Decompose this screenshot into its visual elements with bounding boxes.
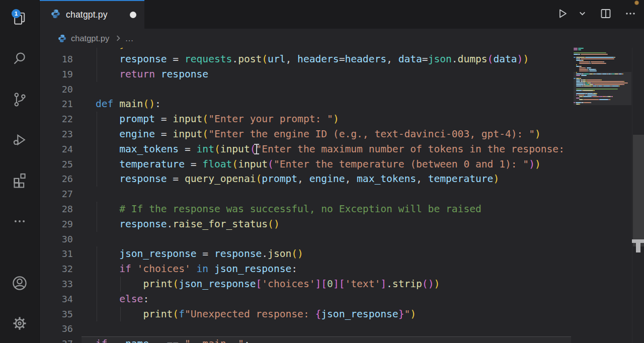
code-text: prompt = input("Enter your prompt: ") bbox=[96, 112, 339, 127]
minimap-row bbox=[593, 93, 596, 94]
minimap-row bbox=[584, 99, 599, 100]
code-line[interactable]: 18 response = requests.post(url, headers… bbox=[39, 52, 571, 67]
minimap-row bbox=[576, 89, 617, 90]
code-text: response.raise_for_status() bbox=[96, 217, 280, 232]
code-line[interactable]: 17 } bbox=[39, 48, 571, 52]
more-actions-button[interactable] bbox=[624, 8, 637, 21]
code-line[interactable]: 26 response = query_openai(prompt, engin… bbox=[39, 172, 571, 187]
code-line[interactable]: 21def main(): bbox=[39, 97, 571, 112]
code-line[interactable]: 37if __name__ == "__main__": bbox=[39, 336, 571, 343]
code-line[interactable]: 20 bbox=[39, 82, 571, 97]
minimap-row bbox=[610, 99, 611, 100]
explorer-badge: 1 bbox=[12, 9, 21, 18]
minimap-row bbox=[594, 84, 623, 85]
minimap-row bbox=[574, 78, 576, 79]
minimap-row bbox=[603, 85, 610, 87]
account-button[interactable] bbox=[10, 273, 30, 293]
code-line[interactable]: 30 bbox=[39, 232, 571, 247]
line-number: 18 bbox=[39, 52, 73, 67]
vertical-scrollbar[interactable] bbox=[632, 48, 644, 343]
line-number: 22 bbox=[39, 112, 73, 127]
recording-indicator bbox=[634, 1, 639, 5]
code-text: print(f"Unexpected response: {json_respo… bbox=[96, 307, 416, 322]
code-line[interactable]: 32 if 'choices' in json_response: bbox=[39, 262, 571, 277]
minimap-row bbox=[579, 63, 590, 64]
code-line[interactable]: 25 temperature = float(input("Enter the … bbox=[39, 157, 571, 172]
minimap-row bbox=[574, 57, 576, 58]
run-debug-icon bbox=[12, 132, 28, 148]
minimap-row bbox=[614, 57, 615, 58]
minimap-row bbox=[585, 67, 586, 68]
minimap-row bbox=[584, 85, 592, 87]
minimap-row bbox=[619, 85, 620, 87]
minimap-row bbox=[589, 61, 590, 62]
minimap-row bbox=[576, 81, 580, 82]
editor-actions bbox=[556, 0, 637, 29]
line-number: 21 bbox=[39, 97, 73, 112]
minimap-row bbox=[587, 67, 591, 68]
run-dropdown-button[interactable] bbox=[578, 8, 587, 21]
split-editor-button[interactable] bbox=[599, 8, 612, 21]
minimap-row bbox=[602, 73, 607, 74]
code-text: if __name__ == "__main__": bbox=[96, 336, 250, 343]
modified-indicator[interactable] bbox=[130, 12, 136, 18]
breadcrumb: chatgpt.py ... bbox=[39, 29, 644, 48]
code-text: response = requests.post(url, headers=he… bbox=[96, 52, 529, 67]
breadcrumb-file[interactable]: chatgpt.py bbox=[71, 34, 109, 43]
line-number: 17 bbox=[39, 48, 73, 52]
minimap-row bbox=[590, 84, 593, 85]
tab-chatgpt-py[interactable]: chatgpt.py bbox=[39, 0, 144, 29]
code-line[interactable]: 28 # If the response was successful, no … bbox=[39, 202, 571, 217]
git-branch-icon bbox=[12, 92, 28, 108]
sidebar-item-search[interactable] bbox=[10, 49, 30, 69]
minimap-row bbox=[589, 69, 596, 70]
minimap-row bbox=[576, 75, 580, 76]
minimap-row bbox=[574, 102, 575, 103]
code-line[interactable]: 22 prompt = input("Enter your prompt: ") bbox=[39, 112, 571, 127]
sidebar-item-source-control[interactable] bbox=[10, 90, 30, 110]
code-line[interactable]: 33 print(json_response['choices'][0]['te… bbox=[39, 277, 571, 292]
minimap-row bbox=[581, 81, 583, 82]
code-text: def main(): bbox=[96, 97, 161, 112]
line-number: 28 bbox=[39, 202, 73, 217]
sidebar-item-more-views[interactable] bbox=[10, 211, 30, 231]
code-text: if 'choices' in json_response: bbox=[96, 262, 297, 277]
code-line[interactable]: 23 engine = input("Enter the engine ID (… bbox=[39, 127, 571, 142]
minimap-row bbox=[576, 84, 584, 85]
run-button[interactable] bbox=[556, 8, 569, 21]
minimap-row bbox=[578, 58, 580, 59]
play-icon bbox=[556, 8, 569, 22]
code-line[interactable]: 31 json_response = response.json() bbox=[39, 246, 571, 262]
settings-button[interactable] bbox=[10, 313, 30, 333]
breadcrumb-more[interactable]: ... bbox=[125, 34, 134, 43]
code-line[interactable]: 19 return response bbox=[39, 67, 571, 82]
scrollbar-thumb[interactable] bbox=[633, 135, 644, 246]
minimap-row bbox=[583, 60, 584, 61]
python-icon bbox=[51, 9, 60, 21]
code-text: temperature = float(input("Enter the tem… bbox=[96, 157, 541, 172]
minimap-row bbox=[574, 48, 578, 49]
sidebar-item-extensions[interactable] bbox=[10, 170, 30, 190]
code-line[interactable]: 36 bbox=[39, 321, 571, 336]
code-line[interactable]: 24 max_tokens = int(input("Enter the max… bbox=[39, 142, 571, 157]
minimap-row bbox=[599, 99, 608, 100]
code-line[interactable]: 27 bbox=[39, 187, 571, 202]
minimap-row bbox=[576, 98, 579, 99]
sidebar-item-run-debug[interactable] bbox=[10, 130, 30, 150]
line-number: 33 bbox=[39, 277, 73, 292]
minimap-row bbox=[578, 48, 584, 49]
minimap-row bbox=[578, 54, 580, 55]
minimap-row bbox=[590, 63, 591, 64]
minimap-row bbox=[587, 93, 593, 94]
search-icon bbox=[12, 51, 28, 67]
code-line[interactable]: 29 response.raise_for_status() bbox=[39, 217, 571, 232]
mouse-cursor-artifact bbox=[632, 239, 644, 252]
code-line[interactable]: 34 else: bbox=[39, 292, 571, 307]
code-line[interactable]: 35 print(f"Unexpected response: {json_re… bbox=[39, 307, 571, 322]
minimap-row bbox=[576, 79, 580, 80]
minimap[interactable] bbox=[574, 48, 631, 343]
minimap-row bbox=[579, 67, 585, 68]
code-viewport[interactable]: 17 }18 response = requests.post(url, hea… bbox=[39, 48, 571, 343]
line-number: 36 bbox=[39, 321, 73, 336]
minimap-row bbox=[574, 52, 606, 53]
